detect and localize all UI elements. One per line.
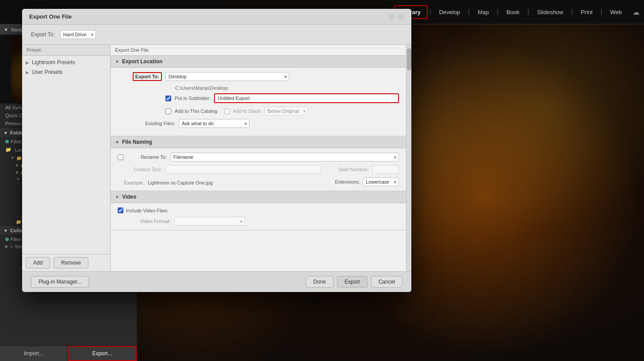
file-naming-label: File Naming <box>122 139 152 145</box>
close-button[interactable]: ✕ <box>398 14 404 20</box>
file-naming-body: Rename To: Filename Custom Text: <box>111 148 406 191</box>
extensions-select-container: Lowercase <box>363 177 399 186</box>
video-format-row: Video Format: <box>118 217 399 226</box>
start-number-label: Start Number: <box>325 167 369 172</box>
export-to-select-container: Hard Drive <box>60 30 96 39</box>
existing-files-container: Ask what to do <box>179 119 249 128</box>
rename-to-checkbox[interactable] <box>118 154 123 160</box>
add-to-stack-label: Add to Stack: <box>233 108 261 114</box>
settings-header-label: Export One File <box>111 45 406 56</box>
dialog-overlay: Export One File □ ✕ Export To: Hard Driv… <box>0 0 644 361</box>
export-location-section: ▼ Export Location Export To: <box>111 56 406 136</box>
custom-text-row: Custom Text: Start Number: <box>118 165 399 174</box>
extensions-label: Extensions: <box>335 179 360 184</box>
video-format-label: Video Format: <box>118 219 171 224</box>
window-buttons: □ ✕ <box>388 14 404 20</box>
export-location-label: Export Location <box>122 58 162 65</box>
video-title[interactable]: ▼ Video <box>111 191 406 203</box>
file-naming-section: ▼ File Naming Rename To: Filename <box>111 136 406 191</box>
video-tri: ▼ <box>115 195 119 200</box>
extensions-select[interactable]: Lowercase <box>363 177 399 186</box>
preset-user[interactable]: ▶ User Presets <box>22 67 110 77</box>
subfolder-checkbox[interactable] <box>165 96 171 101</box>
subfolder-input[interactable] <box>214 93 399 103</box>
subfolder-row: Put in Subfolder: <box>118 93 399 103</box>
export-to-label: Export To: <box>31 31 55 38</box>
custom-text-label: Custom Text: <box>118 167 162 172</box>
location-export-to-select-container: Desktop <box>165 72 289 81</box>
video-format-container <box>174 217 245 226</box>
add-to-catalog-checkbox[interactable] <box>165 108 171 114</box>
preset-expand-lr: ▶ <box>26 60 29 65</box>
existing-files-label: Existing Files: <box>118 121 175 126</box>
catalog-row: Add to This Catalog Add to Stack: Below … <box>118 107 399 115</box>
example-value: Lightroom vs Capture One.jpg <box>148 180 213 185</box>
settings-container: Export One File ▼ Export Location Export… <box>111 45 411 271</box>
preset-panel: Preset: ▶ Lightroom Presets ▶ User Prese… <box>22 45 111 271</box>
dialog-titlebar: Export One File □ ✕ <box>22 9 411 25</box>
video-body: Include Video Files: Video Format: <box>111 203 406 230</box>
export-to-row: Export To: Hard Drive <box>22 25 411 45</box>
export-to-select[interactable]: Hard Drive <box>60 30 96 39</box>
file-naming-tri: ▼ <box>115 140 119 145</box>
preset-add-remove: Add Remove <box>22 254 110 271</box>
preset-expand-user: ▶ <box>26 70 29 75</box>
footer-left: Plug-in Manager... <box>31 276 89 288</box>
folder-path: C:\Users\Marija\Desktop <box>118 84 399 93</box>
existing-files-row: Existing Files: Ask what to do <box>118 119 399 128</box>
dialog-title: Export One File <box>29 13 72 20</box>
export-dialog-button[interactable]: Export <box>337 276 368 288</box>
add-to-stack-checkbox[interactable] <box>224 108 230 114</box>
settings-scrollbar[interactable] <box>406 45 411 271</box>
dialog-footer: Plug-in Manager... Done Export Cancel <box>22 271 411 292</box>
below-original-select[interactable]: Below Original <box>264 107 308 115</box>
rename-to-row: Rename To: Filename <box>118 153 399 161</box>
scrollbar-thumb <box>407 48 411 70</box>
remove-preset-button[interactable]: Remove <box>54 257 88 269</box>
export-location-tri: ▼ <box>115 59 119 64</box>
video-format-select[interactable] <box>174 217 245 226</box>
preset-lightroom-label: Lightroom Presets <box>32 59 75 65</box>
plugin-manager-button[interactable]: Plug-in Manager... <box>31 276 89 288</box>
location-export-to-select[interactable]: Desktop <box>165 72 289 81</box>
done-button[interactable]: Done <box>306 276 334 288</box>
example-row: Example: Lightroom vs Capture One.jpg <box>118 180 213 185</box>
start-number-input[interactable] <box>372 165 399 174</box>
cancel-button[interactable]: Cancel <box>371 276 402 288</box>
video-label: Video <box>122 194 136 200</box>
include-video-row: Include Video Files: <box>118 207 399 213</box>
dialog-body: Preset: ▶ Lightroom Presets ▶ User Prese… <box>22 45 411 271</box>
filename-select-container: Filename <box>170 153 399 161</box>
video-section: ▼ Video Include Video Files: Video F <box>111 191 406 230</box>
example-extensions-row: Example: Lightroom vs Capture One.jpg Ex… <box>118 177 399 186</box>
existing-files-select[interactable]: Ask what to do <box>179 119 249 128</box>
filename-select[interactable]: Filename <box>170 153 399 161</box>
extensions-row: Extensions: Lowercase <box>335 177 399 186</box>
footer-right: Done Export Cancel <box>306 276 402 288</box>
rename-to-label: Rename To: <box>127 154 167 160</box>
include-video-checkbox[interactable] <box>118 207 123 213</box>
location-export-to-row: Export To: Desktop <box>118 72 399 81</box>
export-dialog: Export One File □ ✕ Export To: Hard Driv… <box>22 9 411 292</box>
below-original-container: Below Original <box>264 107 308 115</box>
preset-lightroom[interactable]: ▶ Lightroom Presets <box>22 58 110 67</box>
export-location-title[interactable]: ▼ Export Location <box>111 56 406 68</box>
export-location-body: Export To: Desktop C:\Users\Marija\Deskt… <box>111 68 406 136</box>
file-naming-title[interactable]: ▼ File Naming <box>111 136 406 148</box>
maximize-button[interactable]: □ <box>388 14 395 20</box>
example-label: Example: <box>118 180 144 185</box>
export-to-badge: Export To: <box>133 72 162 81</box>
preset-user-label: User Presets <box>32 69 62 75</box>
stack-area: Add to Stack: Below Original <box>224 107 308 115</box>
custom-text-input[interactable] <box>165 165 321 174</box>
subfolder-label: Put in Subfolder: <box>175 96 211 101</box>
include-video-label: Include Video Files: <box>126 208 169 213</box>
settings-panel: Export One File ▼ Export Location Export… <box>111 45 406 271</box>
add-to-catalog-label: Add to This Catalog <box>175 108 217 114</box>
preset-list: ▶ Lightroom Presets ▶ User Presets <box>22 56 110 254</box>
preset-header: Preset: <box>22 45 110 56</box>
add-preset-button[interactable]: Add <box>26 257 50 269</box>
location-export-to-label: Export To: <box>118 74 162 79</box>
